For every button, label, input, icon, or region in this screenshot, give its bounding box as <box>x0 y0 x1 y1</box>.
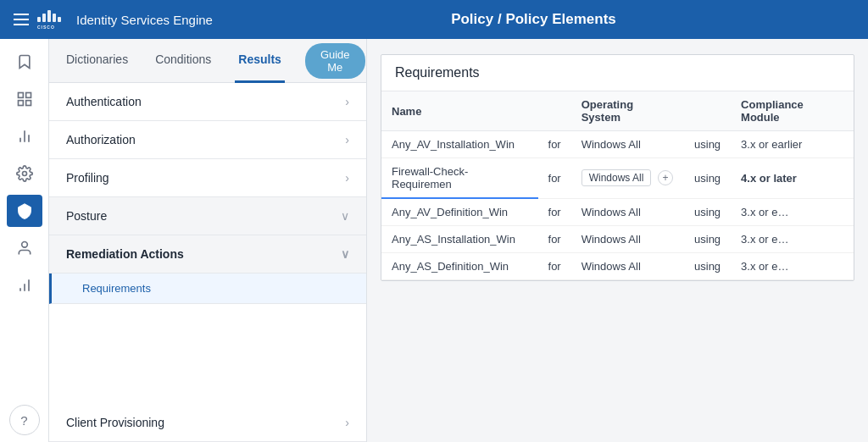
row2-os: Windows All + <box>571 158 684 199</box>
row1-value: 3.x or earlier <box>731 131 854 158</box>
chevron-right-icon: › <box>345 171 349 185</box>
main-layout: ? Dictionaries Conditions Results Guide … <box>0 39 868 442</box>
icon-sidebar: ? <box>0 39 49 442</box>
svg-rect-1 <box>42 14 46 22</box>
top-bar-center: Policy / Policy Elements <box>213 11 854 28</box>
nav-requirements[interactable]: Requirements <box>49 273 366 304</box>
tabs-bar: Dictionaries Conditions Results Guide Me <box>49 39 366 83</box>
secondary-sidebar: Dictionaries Conditions Results Guide Me… <box>49 39 367 442</box>
nav-authentication-label: Authentication <box>66 95 142 108</box>
nav-requirements-label: Requirements <box>82 282 151 295</box>
nav-remediation-actions[interactable]: Remediation Actions ∨ <box>49 235 366 273</box>
svg-rect-4 <box>58 17 61 22</box>
nav-profiling[interactable]: Profiling › <box>49 159 366 197</box>
row3-for: for <box>538 198 571 226</box>
row3-value: 3.x or e… <box>731 198 854 226</box>
help-button[interactable]: ? <box>9 405 40 435</box>
svg-point-14 <box>21 242 27 248</box>
sidebar-chart[interactable] <box>7 120 42 152</box>
row1-using: using <box>684 131 731 158</box>
nav-remediation-label: Remediation Actions <box>66 247 184 261</box>
row4-for: for <box>538 226 571 253</box>
row5-for: for <box>538 253 571 280</box>
chevron-down-icon: ∨ <box>341 209 349 223</box>
row4-using: using <box>684 226 731 253</box>
tab-dictionaries[interactable]: Dictionaries <box>63 39 131 83</box>
chevron-right-icon: › <box>345 133 349 146</box>
row3-os: Windows All <box>571 198 684 226</box>
row5-using: using <box>684 253 731 280</box>
app-title: Identity Services Engine <box>76 13 213 27</box>
sidebar-analytics[interactable] <box>7 269 42 301</box>
add-os-button[interactable]: + <box>658 170 673 185</box>
row2-using: using <box>684 158 731 199</box>
row2-value: 4.x or later <box>731 158 854 199</box>
sidebar-settings[interactable] <box>7 157 42 190</box>
row5-os: Windows All <box>571 253 684 280</box>
requirements-title: Requirements <box>381 55 854 91</box>
nav-posture[interactable]: Posture ∨ <box>49 197 366 235</box>
os-badge: Windows All <box>581 169 652 186</box>
col-spacer1 <box>538 91 571 131</box>
tab-results[interactable]: Results <box>235 39 285 83</box>
svg-rect-8 <box>18 101 23 106</box>
svg-text:CISCO: CISCO <box>37 25 55 29</box>
row3-name: Any_AV_Definition_Win <box>381 198 538 226</box>
requirements-panel: Requirements Name Operating System Compl… <box>381 54 854 281</box>
cisco-logo-svg: CISCO <box>37 10 68 29</box>
page-title: Policy / Policy Elements <box>451 11 616 27</box>
chevron-down-icon: ∨ <box>341 247 349 261</box>
svg-rect-2 <box>47 10 51 22</box>
nav-authentication[interactable]: Authentication › <box>49 83 366 121</box>
sidebar-bookmark[interactable] <box>7 46 42 78</box>
svg-rect-0 <box>37 17 41 22</box>
top-bar-left: CISCO Identity Services Engine <box>14 10 213 29</box>
row4-name: Any_AS_Installation_Win <box>381 226 538 253</box>
svg-point-13 <box>22 172 26 176</box>
table-row-highlighted: Firewall-Check-Requiremen for Windows Al… <box>381 158 854 199</box>
nav-client-provisioning-label: Client Provisioning <box>66 416 164 429</box>
nav-profiling-label: Profiling <box>66 171 109 185</box>
row4-os: Windows All <box>571 226 684 253</box>
nav-authorization[interactable]: Authorization › <box>49 121 366 159</box>
guide-me-button[interactable]: Guide Me <box>305 43 365 79</box>
col-name: Name <box>381 91 538 131</box>
row2-for: for <box>538 158 571 199</box>
col-os: Operating System <box>571 91 684 131</box>
sidebar-shield[interactable] <box>7 195 42 227</box>
nav-authorization-label: Authorization <box>66 133 136 146</box>
svg-rect-9 <box>25 101 31 106</box>
svg-rect-6 <box>18 93 23 98</box>
row5-name: Any_AS_Definition_Win <box>381 253 538 280</box>
svg-rect-3 <box>53 14 56 22</box>
table-row: Any_AS_Installation_Win for Windows All … <box>381 226 854 253</box>
chevron-right-icon: › <box>345 95 349 108</box>
chevron-right-icon: › <box>345 416 349 429</box>
row1-os: Windows All <box>571 131 684 158</box>
row1-name: Any_AV_Installation_Win <box>381 131 538 158</box>
menu-toggle[interactable] <box>14 14 29 25</box>
requirements-table: Name Operating System Compliance Module … <box>381 91 854 280</box>
col-spacer2 <box>684 91 731 131</box>
row5-value: 3.x or e… <box>731 253 854 280</box>
nav-posture-label: Posture <box>66 209 107 223</box>
nav-client-provisioning[interactable]: Client Provisioning › <box>49 404 366 442</box>
row1-for: for <box>538 131 571 158</box>
row4-value: 3.x or e… <box>731 226 854 253</box>
main-panel: Requirements Name Operating System Compl… <box>367 39 868 442</box>
sidebar-user[interactable] <box>7 232 42 264</box>
content-area: Dictionaries Conditions Results Guide Me… <box>49 39 868 442</box>
svg-rect-7 <box>25 93 31 98</box>
tab-conditions[interactable]: Conditions <box>152 39 214 83</box>
table-row: Any_AV_Installation_Win for Windows All … <box>381 131 854 158</box>
table-row: Any_AV_Definition_Win for Windows All us… <box>381 198 854 226</box>
table-row: Any_AS_Definition_Win for Windows All us… <box>381 253 854 280</box>
row2-name: Firewall-Check-Requiremen <box>381 158 538 199</box>
col-compliance: Compliance Module <box>731 91 854 131</box>
cisco-logo: CISCO <box>37 10 68 29</box>
row3-using: using <box>684 198 731 226</box>
top-bar: CISCO Identity Services Engine Policy / … <box>0 0 868 39</box>
sidebar-dashboard[interactable] <box>7 83 42 115</box>
